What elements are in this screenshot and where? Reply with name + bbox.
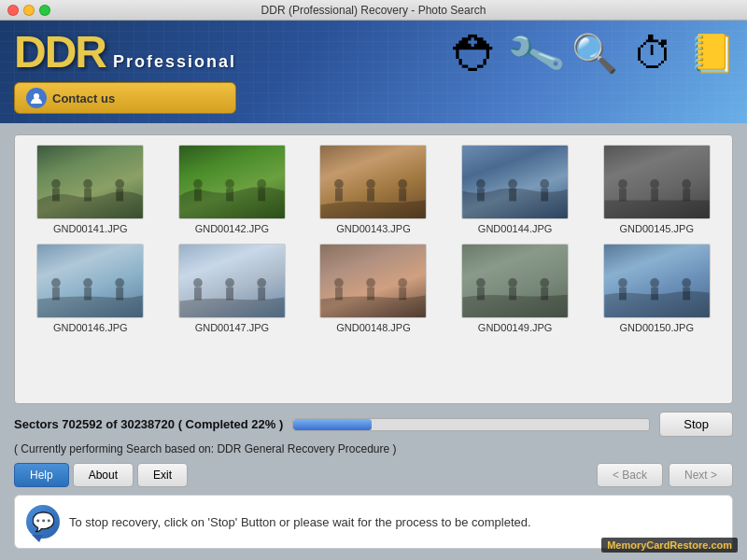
app-header: DDR Professional Contact us ⛑ 🔧 🔍 ⏱ 📒 — [0, 21, 747, 123]
photo-label-6: GND00147.JPG — [195, 322, 269, 333]
svg-point-53 — [540, 278, 549, 287]
contact-icon — [26, 88, 47, 108]
photo-item-2[interactable]: GND00143.JPG — [307, 145, 440, 234]
photo-placeholder-4 — [604, 146, 710, 218]
magnifier-icon: 🔍 — [569, 28, 620, 79]
svg-point-47 — [399, 278, 408, 287]
progress-fill — [293, 419, 372, 430]
back-button[interactable]: < Back — [597, 463, 663, 487]
svg-rect-54 — [541, 287, 548, 301]
about-button[interactable]: About — [73, 463, 134, 487]
progress-section: Sectors 702592 of 30238720 ( Completed 2… — [14, 412, 733, 455]
photo-thumb-1 — [178, 145, 286, 219]
photo-placeholder-8 — [462, 245, 568, 317]
photo-label-0: GND00141.JPG — [53, 223, 127, 234]
photo-placeholder-2 — [320, 146, 426, 218]
svg-rect-16 — [368, 189, 375, 202]
svg-rect-26 — [619, 189, 627, 202]
logo-ddr: DDR — [14, 30, 106, 75]
photo-label-2: GND00143.JPG — [336, 223, 410, 234]
svg-point-15 — [367, 179, 376, 189]
photo-thumb-6 — [178, 244, 286, 318]
photo-item-8[interactable]: GND00149.JPG — [449, 244, 582, 333]
header-icons: ⛑ 🔧 🔍 ⏱ 📒 — [451, 28, 738, 79]
svg-rect-8 — [194, 189, 202, 202]
svg-point-57 — [650, 278, 659, 287]
main-content: GND00141.JPGGND00142.JPGGND00143.JPGGND0… — [0, 123, 747, 560]
notebook-icon: 📒 — [686, 28, 738, 79]
svg-point-31 — [51, 278, 61, 287]
logo-area: DDR Professional Contact us — [14, 30, 236, 114]
svg-rect-14 — [336, 189, 344, 202]
photo-thumb-9 — [603, 244, 711, 318]
svg-rect-48 — [400, 287, 407, 301]
photo-label-3: GND00144.JPG — [478, 223, 552, 234]
svg-rect-42 — [258, 287, 265, 301]
svg-rect-38 — [194, 287, 202, 301]
svg-point-9 — [225, 179, 234, 189]
svg-point-1 — [51, 179, 61, 189]
window-controls — [7, 5, 50, 16]
photo-label-5: GND00146.JPG — [53, 322, 127, 333]
svg-point-27 — [650, 179, 659, 189]
svg-rect-12 — [258, 189, 265, 202]
svg-rect-46 — [368, 287, 375, 301]
photo-label-1: GND00142.JPG — [195, 223, 269, 234]
progress-row: Sectors 702592 of 30238720 ( Completed 2… — [14, 412, 733, 437]
svg-point-25 — [618, 179, 627, 189]
logo-professional: Professional — [113, 52, 236, 72]
photo-item-1[interactable]: GND00142.JPG — [166, 145, 299, 234]
svg-point-3 — [83, 179, 92, 189]
maximize-button[interactable] — [39, 5, 50, 16]
photo-item-3[interactable]: GND00144.JPG — [449, 145, 582, 234]
photo-placeholder-5 — [37, 245, 143, 317]
svg-rect-50 — [477, 287, 485, 301]
next-button[interactable]: Next > — [669, 463, 733, 487]
svg-rect-34 — [84, 287, 92, 301]
photo-thumb-4 — [603, 145, 711, 219]
svg-rect-30 — [683, 189, 690, 202]
svg-point-17 — [399, 179, 408, 189]
contact-button[interactable]: Contact us — [14, 82, 236, 114]
photo-placeholder-1 — [179, 146, 285, 218]
photo-placeholder-6 — [179, 245, 285, 317]
svg-rect-58 — [651, 287, 658, 301]
svg-rect-52 — [509, 287, 516, 301]
stopwatch-icon: ⏱ — [627, 28, 679, 79]
svg-point-39 — [225, 278, 234, 287]
photo-label-4: GND00145.JPG — [619, 223, 693, 234]
svg-point-45 — [367, 278, 376, 287]
photo-label-7: GND00148.JPG — [336, 322, 410, 333]
photo-item-7[interactable]: GND00148.JPG — [307, 244, 440, 333]
svg-point-35 — [116, 278, 125, 287]
photo-item-0[interactable]: GND00141.JPG — [24, 145, 157, 234]
exit-button[interactable]: Exit — [137, 463, 188, 487]
minimize-button[interactable] — [23, 5, 35, 16]
photo-item-9[interactable]: GND00150.JPG — [590, 244, 723, 333]
search-info-text: ( Currently performing Search based on: … — [14, 442, 733, 455]
contact-label: Contact us — [52, 91, 115, 105]
photo-grid-container: GND00141.JPGGND00142.JPGGND00143.JPGGND0… — [14, 134, 733, 404]
photo-item-5[interactable]: GND00146.JPG — [24, 244, 157, 333]
photo-label-8: GND00149.JPG — [478, 322, 552, 333]
svg-rect-10 — [226, 189, 233, 202]
photo-placeholder-7 — [320, 245, 426, 317]
watermark: MemoryCardRestore.com — [601, 538, 738, 553]
svg-point-19 — [476, 179, 486, 189]
svg-rect-40 — [226, 287, 233, 301]
titlebar: DDR (Professional) Recovery - Photo Sear… — [0, 0, 747, 21]
svg-rect-18 — [400, 189, 407, 202]
svg-point-11 — [257, 179, 266, 189]
close-button[interactable] — [7, 5, 19, 16]
info-text: To stop recovery, click on 'Stop' Button… — [69, 515, 531, 529]
help-button[interactable]: Help — [14, 463, 69, 487]
svg-rect-20 — [477, 189, 485, 202]
photo-item-6[interactable]: GND00147.JPG — [166, 244, 299, 333]
svg-point-51 — [508, 278, 517, 287]
hardhat-icon: ⛑ — [451, 28, 502, 79]
photo-placeholder-0 — [37, 146, 143, 218]
stop-button[interactable]: Stop — [659, 412, 733, 437]
photo-item-4[interactable]: GND00145.JPG — [590, 145, 723, 234]
svg-rect-4 — [84, 189, 92, 202]
photo-thumb-5 — [36, 244, 144, 318]
